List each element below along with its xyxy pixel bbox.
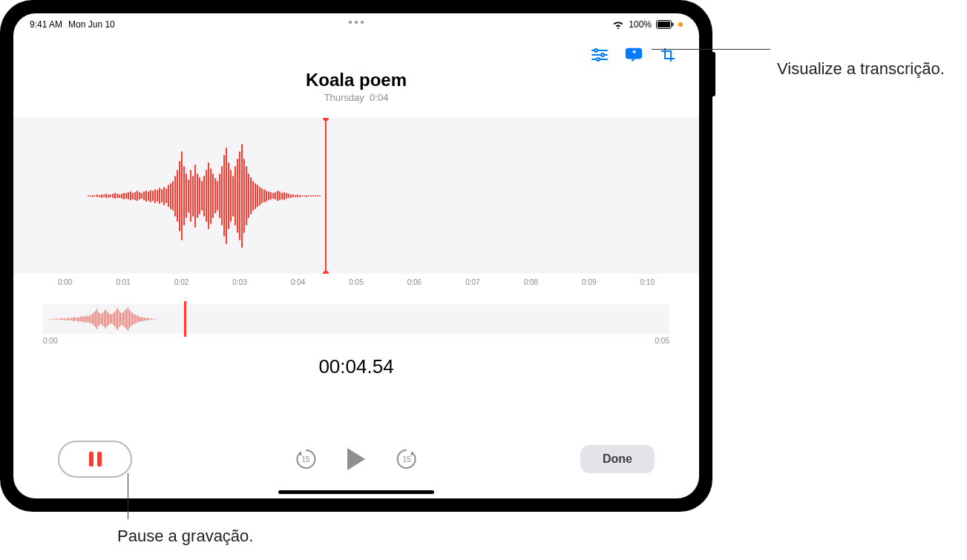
svg-rect-1	[658, 22, 670, 27]
waveform-editor[interactable]	[13, 118, 699, 274]
recording-day: Thursday	[324, 92, 364, 103]
recording-length: 0:04	[370, 92, 388, 103]
svg-point-7	[601, 53, 604, 56]
wifi-icon	[612, 20, 624, 29]
battery-percent: 100%	[629, 19, 652, 30]
volume-down-hardware	[111, 0, 148, 1]
skip-forward-15-button[interactable]: 15	[395, 447, 419, 471]
ruler-tick: 0:10	[640, 278, 655, 286]
svg-text:❝: ❝	[632, 50, 636, 57]
callout-line-transcript	[652, 49, 770, 50]
overview-cursor[interactable]	[184, 301, 186, 337]
time-ruler: 0:000:010:020:030:040:050:060:070:080:09…	[13, 274, 699, 286]
ruler-tick: 0:06	[407, 278, 422, 286]
mic-in-use-indicator	[678, 22, 683, 27]
volume-up-hardware	[67, 0, 104, 1]
multitasking-dots[interactable]	[349, 21, 364, 24]
waveform-graphic	[88, 140, 321, 251]
ruler-tick: 0:07	[465, 278, 479, 286]
ruler-tick: 0:04	[291, 278, 305, 286]
overview-wave	[49, 304, 155, 334]
ruler-tick: 0:09	[582, 278, 596, 286]
status-time: 9:41 AM	[30, 19, 62, 30]
power-hardware	[711, 52, 715, 96]
ruler-tick: 0:02	[174, 278, 189, 286]
recording-header: Koala poem Thursday 0:04	[13, 70, 699, 103]
waveform-overview[interactable]	[43, 304, 669, 334]
svg-point-8	[597, 58, 600, 61]
playhead[interactable]	[325, 118, 327, 274]
done-button[interactable]: Done	[580, 445, 655, 473]
callout-line-pause	[128, 473, 128, 519]
elapsed-time: 00:04.54	[13, 355, 699, 378]
recording-title[interactable]: Koala poem	[13, 70, 699, 90]
home-indicator[interactable]	[278, 490, 434, 494]
svg-rect-2	[672, 23, 674, 27]
pause-icon	[89, 452, 102, 467]
svg-point-6	[594, 49, 597, 52]
status-date: Mon Jun 10	[68, 19, 115, 30]
callout-transcript: Visualize a transcrição.	[777, 59, 945, 79]
svg-text:15: 15	[402, 455, 411, 464]
svg-text:15: 15	[301, 455, 310, 464]
options-icon[interactable]	[591, 46, 609, 64]
overview-start: 0:00	[43, 337, 57, 345]
ipad-frame: 9:41 AM Mon Jun 10 100%	[0, 0, 712, 512]
pause-button[interactable]	[58, 441, 132, 478]
play-button[interactable]	[347, 448, 365, 470]
ruler-tick: 0:03	[232, 278, 246, 286]
ruler-tick: 0:01	[116, 278, 130, 286]
callout-pause: Pause a gravação.	[117, 527, 253, 546]
ruler-tick: 0:00	[58, 278, 72, 286]
transcript-icon[interactable]: ❝	[625, 46, 643, 64]
ruler-tick: 0:08	[524, 278, 538, 286]
transport-controls: 15 15 Done	[13, 441, 699, 478]
ruler-tick: 0:05	[349, 278, 363, 286]
battery-icon	[656, 20, 674, 29]
overview-end: 0:05	[655, 337, 669, 345]
recording-subtitle: Thursday 0:04	[13, 92, 699, 103]
skip-back-15-button[interactable]: 15	[294, 447, 318, 471]
screen: 9:41 AM Mon Jun 10 100%	[13, 13, 699, 498]
